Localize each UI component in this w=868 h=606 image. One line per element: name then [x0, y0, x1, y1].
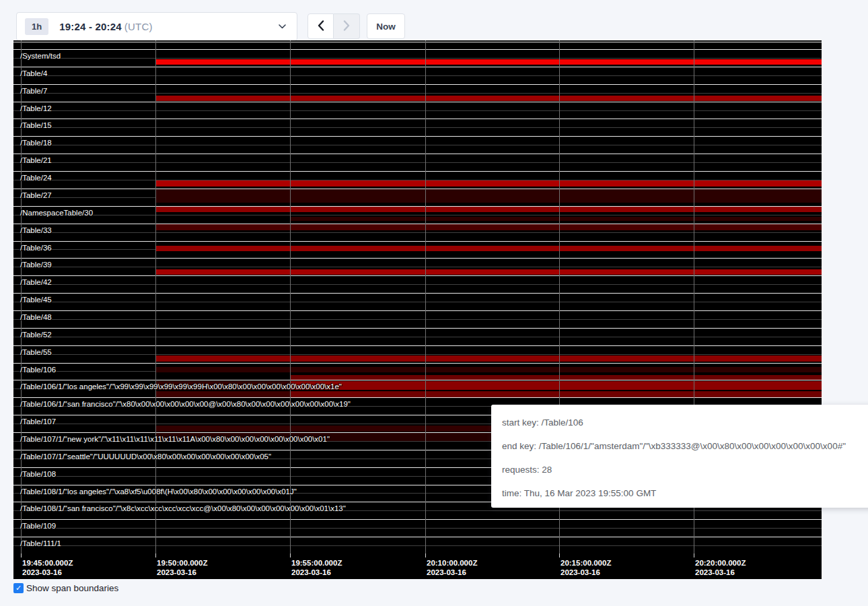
heatmap-row-line	[13, 537, 822, 537]
heatmap-band	[155, 96, 822, 101]
heatmap-row-line	[13, 67, 822, 67]
x-axis-tick	[290, 553, 291, 558]
row-label: /Table/33	[20, 226, 52, 235]
heatmap-row-line	[13, 302, 822, 302]
x-axis-tick	[559, 553, 560, 558]
heatmap-row-line	[13, 136, 822, 137]
heatmap-row-line	[13, 354, 822, 355]
row-label: /Table/12	[20, 104, 52, 113]
row-label: /Table/4	[20, 69, 47, 78]
heatmap-row-line	[13, 119, 822, 119]
heatmap-row-line	[13, 145, 822, 145]
row-label: /NamespaceTable/30	[20, 209, 93, 217]
heatmap-row-line	[13, 127, 822, 128]
row-label: /Table/108	[20, 470, 56, 479]
heatmap-row-line	[13, 171, 822, 172]
row-label: /Table/108/1/"san francisco"/"\x8c\xcc\x…	[20, 504, 346, 513]
heatmap-row-line	[13, 528, 822, 529]
heatmap-row-line	[13, 58, 822, 59]
span-tooltip: start key: /Table/106 end key: /Table/10…	[491, 405, 868, 508]
heatmap-band	[155, 356, 822, 362]
x-axis-label: 19:50:00.000Z2023-03-16	[157, 558, 207, 577]
heatmap-gridline	[290, 40, 291, 553]
heatmap-row-line	[13, 110, 822, 111]
heatmap-band	[155, 367, 822, 372]
row-label: /Table/107/1/"new york"/"\x11\x11\x11\x1…	[20, 435, 330, 444]
heatmap-band	[290, 217, 822, 221]
show-span-boundaries-control[interactable]: ✓ Show span boundaries	[13, 583, 118, 593]
row-label: /Table/52	[20, 331, 52, 339]
heatmap-row-line	[13, 162, 822, 163]
heatmap-band	[290, 391, 822, 397]
x-axis-label: 20:20:00.000Z2023-03-16	[695, 558, 746, 577]
row-label: /Table/48	[20, 313, 52, 322]
heatmap-band	[155, 246, 822, 251]
row-label: /Table/107	[20, 417, 56, 426]
row-label: /Table/36	[20, 244, 52, 252]
heatmap-row-line	[13, 232, 822, 233]
row-label: /Table/27	[20, 191, 52, 200]
key-visualizer-page: 1h 19:24 - 20:24(UTC) Now /System/tsd/Ta…	[0, 0, 868, 606]
time-nav-group	[308, 13, 360, 39]
row-label: /Table/15	[20, 121, 52, 130]
row-label: /Table/108/1/"los angeles"/"\xa8\xf5\u00…	[20, 487, 297, 496]
row-label: /Table/21	[20, 156, 52, 165]
heatmap-row-line	[13, 397, 822, 398]
next-range-button[interactable]	[334, 13, 360, 39]
heatmap-row-line	[13, 154, 822, 154]
heatmap-band	[290, 375, 822, 380]
heatmap-row-line	[13, 345, 822, 346]
row-label: /Table/111/1	[20, 539, 61, 548]
x-axis-label: 20:10:00.000Z2023-03-16	[427, 558, 477, 577]
heatmap-band	[155, 207, 822, 212]
time-range-zone: (UTC)	[124, 21, 153, 32]
prev-range-button[interactable]	[308, 13, 334, 39]
heatmap-band	[155, 189, 822, 203]
key-visualizer-chart[interactable]: /System/tsd/Table/4/Table/7/Table/12/Tab…	[13, 40, 822, 579]
row-label: /Table/39	[20, 261, 52, 269]
chevron-right-icon	[343, 20, 350, 33]
row-label: /Table/106	[20, 366, 56, 374]
tooltip-time: time: Thu, 16 Mar 2023 19:55:00 GMT	[502, 488, 864, 498]
heatmap-row-line	[13, 284, 822, 285]
x-axis-label: 19:55:00.000Z2023-03-16	[291, 558, 342, 577]
heatmap-row-line	[13, 310, 822, 311]
heatmap-gridline	[155, 40, 156, 553]
heatmap-row-line	[13, 93, 822, 94]
heatmap-gridline	[425, 40, 426, 553]
show-span-boundaries-checkbox[interactable]: ✓	[13, 583, 24, 593]
row-label: /Table/107/1/"seattle"/"UUUUUUD\x00\x80\…	[20, 452, 271, 461]
time-range-selector[interactable]: 1h 19:24 - 20:24(UTC)	[16, 12, 297, 41]
row-label: /Table/45	[20, 296, 52, 304]
now-button[interactable]: Now	[367, 13, 405, 39]
heatmap-row-line	[13, 545, 822, 546]
x-axis-tick	[21, 553, 22, 558]
heatmap-row-line	[13, 293, 822, 294]
heatmap-band	[155, 59, 822, 65]
heatmap-row-line	[13, 337, 822, 337]
heatmap-row-line	[13, 328, 822, 329]
heatmap-row-line	[13, 319, 822, 320]
x-axis-tick	[155, 553, 156, 558]
heatmap-row-line	[13, 275, 822, 276]
row-label: /Table/109	[20, 522, 56, 531]
x-axis-label: 20:15:00.000Z2023-03-16	[560, 558, 611, 577]
time-range-preset-badge: 1h	[25, 18, 48, 35]
row-label: /Table/106/1/"san francisco"/"\x80\x00\x…	[20, 400, 351, 409]
heatmap-row-line	[13, 215, 822, 215]
heatmap-band	[155, 391, 290, 397]
row-label: /Table/24	[20, 174, 52, 182]
row-label: /Table/55	[20, 348, 52, 357]
row-label: /Table/7	[20, 87, 47, 96]
time-range-text: 19:24 - 20:24(UTC)	[59, 21, 153, 32]
heatmap-row-line	[13, 267, 822, 267]
heatmap-row-line	[13, 363, 822, 364]
show-span-boundaries-label: Show span boundaries	[26, 583, 118, 593]
heatmap-row-line	[13, 102, 822, 102]
chevron-down-icon	[279, 24, 286, 29]
row-label: /System/tsd	[20, 52, 61, 61]
x-axis-tick	[694, 553, 694, 558]
heatmap-row-line	[13, 519, 822, 520]
row-label: /Table/106/1/"los angeles"/"\x99\x99\x99…	[20, 382, 342, 391]
heatmap-band	[155, 269, 822, 275]
